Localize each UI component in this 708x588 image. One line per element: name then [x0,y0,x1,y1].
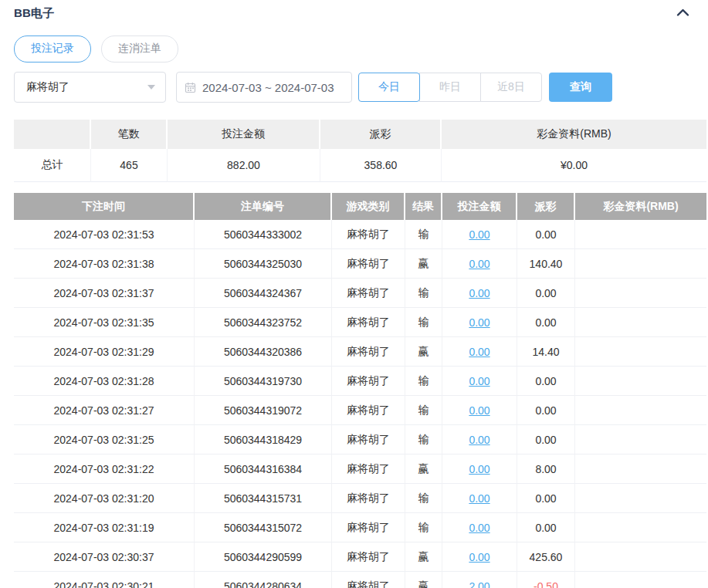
bet-time: 2024-07-03 02:31:37 [14,279,195,308]
summary-table: 笔数 投注金额 派彩 彩金资料(RMB) 总计 465 882.00 358.6… [14,120,706,182]
bet-amount-cell: 0.00 [442,484,517,513]
result: 输 [405,396,442,425]
summary-total-label: 总计 [14,149,91,182]
summary-total-payout: 358.60 [320,149,442,182]
quick-button-last-8-days[interactable]: 近8日 [480,73,542,102]
result: 输 [405,220,442,249]
bet-records-panel: BB电子 投注记录 连消注单 麻将胡了 2024-07-03 ~ 2024-07… [0,0,708,588]
date-range-input[interactable]: 2024-07-03 ~ 2024-07-03 [176,72,352,103]
chevron-down-icon [147,85,155,90]
records-header-payout: 派彩 [517,193,575,220]
bet-amount-link[interactable]: 0.00 [469,375,490,387]
summary-total-bonus: ¥0.00 [442,149,706,182]
bet-time: 2024-07-03 02:31:22 [14,455,195,484]
bet-amount-link[interactable]: 0.00 [469,522,490,534]
order-number: 5060344290599 [195,542,332,572]
game-type: 麻将胡了 [332,337,405,367]
bet-time: 2024-07-03 02:31:25 [14,425,195,455]
bet-amount-cell: 0.00 [442,220,517,249]
table-row: 2024-07-03 02:31:205060344315731麻将胡了输0.0… [14,484,706,513]
payout: -0.50 [517,572,575,588]
tab-bet-records[interactable]: 投注记录 [14,35,91,63]
summary-total-bet-amount: 882.00 [168,149,320,182]
bet-amount-cell: 0.00 [442,513,517,542]
bet-time: 2024-07-03 02:31:29 [14,337,195,367]
game-type: 麻将胡了 [332,220,405,249]
summary-total-row: 总计 465 882.00 358.60 ¥0.00 [14,149,706,182]
bet-amount-link[interactable]: 0.00 [469,287,490,299]
records-header-game-type: 游戏类别 [332,193,405,220]
bet-amount-cell: 0.00 [442,425,517,455]
game-type: 麻将胡了 [332,542,405,572]
tab-bar: 投注记录 连消注单 [14,35,706,63]
result: 赢 [405,542,442,572]
order-number: 5060344325030 [195,249,332,279]
payout: 0.00 [517,484,575,513]
bet-time: 2024-07-03 02:30:21 [14,572,195,588]
table-row: 2024-07-03 02:31:275060344319072麻将胡了输0.0… [14,396,706,425]
summary-total-count: 465 [91,149,168,182]
game-type: 麻将胡了 [332,513,405,542]
quick-button-yesterday[interactable]: 昨日 [419,73,481,102]
result: 输 [405,308,442,337]
bet-amount-link[interactable]: 0.00 [469,346,490,358]
bet-amount-link[interactable]: 0.00 [469,228,490,241]
bet-amount-cell: 0.00 [442,279,517,308]
game-type: 麻将胡了 [332,367,405,396]
result: 赢 [405,337,442,367]
game-type: 麻将胡了 [332,484,405,513]
game-select[interactable]: 麻将胡了 [14,72,166,103]
search-button[interactable]: 查询 [549,73,612,102]
tab-cancelled-orders[interactable]: 连消注单 [101,35,178,63]
collapse-button[interactable] [670,6,696,21]
bet-time: 2024-07-03 02:31:19 [14,513,195,542]
table-row: 2024-07-03 02:31:225060344316384麻将胡了赢0.0… [14,455,706,484]
result: 赢 [405,455,442,484]
bonus [575,396,706,425]
bet-amount-cell: 0.00 [442,308,517,337]
table-row: 2024-07-03 02:31:385060344325030麻将胡了赢0.0… [14,249,706,279]
quick-button-today[interactable]: 今日 [358,73,420,102]
game-type: 麻将胡了 [332,425,405,455]
bet-amount-link[interactable]: 0.00 [469,551,490,563]
table-row: 2024-07-03 02:31:375060344324367麻将胡了输0.0… [14,279,706,308]
summary-header-count: 笔数 [91,120,168,149]
records-table: 下注时间 注单编号 游戏类别 结果 投注金额 派彩 彩金资料(RMB) 2024… [14,193,706,588]
date-range-value: 2024-07-03 ~ 2024-07-03 [202,81,334,94]
game-type: 麻将胡了 [332,396,405,425]
bet-amount-cell: 0.00 [442,367,517,396]
table-row: 2024-07-03 02:31:255060344318429麻将胡了输0.0… [14,425,706,455]
bet-amount-link[interactable]: 0.00 [469,463,490,475]
payout: 0.00 [517,308,575,337]
payout: 8.00 [517,455,575,484]
bonus [575,308,706,337]
bonus [575,513,706,542]
game-type: 麻将胡了 [332,308,405,337]
records-header-bet-time: 下注时间 [14,193,195,220]
game-select-value: 麻将胡了 [26,80,69,94]
payout: 14.40 [517,337,575,367]
result: 赢 [405,249,442,279]
game-type: 麻将胡了 [332,279,405,308]
records-header-bonus: 彩金资料(RMB) [575,193,706,220]
order-number: 5060344316384 [195,455,332,484]
order-number: 5060344280634 [195,572,332,588]
bonus [575,367,706,396]
table-row: 2024-07-03 02:31:295060344320386麻将胡了赢0.0… [14,337,706,367]
records-header-bet-amount: 投注金额 [442,193,517,220]
table-row: 2024-07-03 02:31:285060344319730麻将胡了输0.0… [14,367,706,396]
bet-amount-link[interactable]: 0.00 [469,404,490,417]
bet-time: 2024-07-03 02:31:35 [14,308,195,337]
order-number: 5060344315072 [195,513,332,542]
bet-amount-link[interactable]: 0.00 [469,492,490,505]
payout: 0.00 [517,367,575,396]
bet-amount-link[interactable]: 2.00 [469,580,490,588]
table-row: 2024-07-03 02:30:215060344280634麻将胡了赢2.0… [14,572,706,588]
bet-amount-link[interactable]: 0.00 [469,316,490,329]
bet-amount-link[interactable]: 0.00 [469,258,490,270]
table-row: 2024-07-03 02:30:375060344290599麻将胡了赢0.0… [14,542,706,572]
table-row: 2024-07-03 02:31:355060344323752麻将胡了输0.0… [14,308,706,337]
bet-amount-link[interactable]: 0.00 [469,434,490,446]
bonus [575,249,706,279]
game-type: 麻将胡了 [332,249,405,279]
